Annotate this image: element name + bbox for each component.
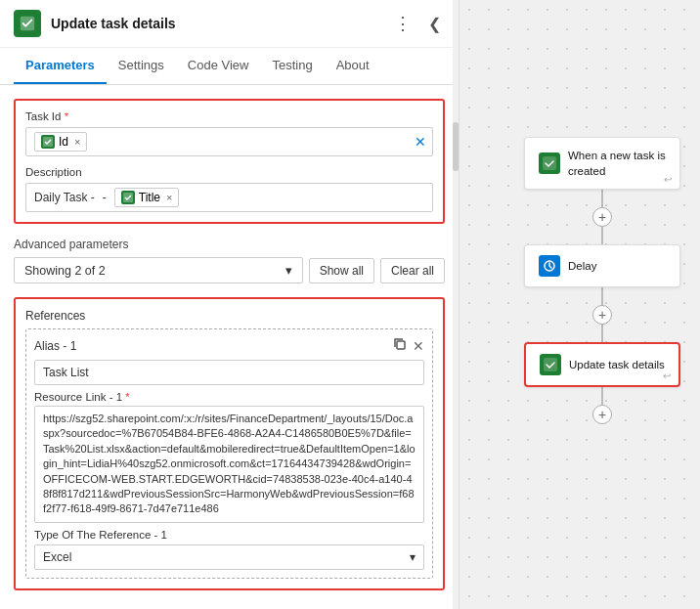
more-options-button[interactable]: ⋮ [390,11,416,36]
svg-rect-6 [544,358,557,371]
task-id-tag: Id × [34,132,87,152]
showing-text: Showing 2 of 2 [24,264,106,278]
tab-settings[interactable]: Settings [107,48,176,84]
panel-title: Update task details [51,16,380,31]
type-label: Type Of The Reference - 1 [34,529,424,541]
plus-button-1[interactable]: + [592,207,612,227]
type-select[interactable]: Excel ▾ [34,544,424,570]
showing-row: Showing 2 of 2 ▾ Show all Clear all [14,257,445,283]
task-id-tag-icon [41,135,55,149]
showing-dropdown[interactable]: Showing 2 of 2 ▾ [14,257,303,283]
tab-codeview[interactable]: Code View [176,48,261,84]
show-all-button[interactable]: Show all [309,258,374,283]
task-list-value: Task List [43,366,89,379]
connector-3: + [592,387,612,424]
task-id-input[interactable]: Id × ✕ [25,127,433,156]
resource-link-url[interactable]: https://szg52.sharepoint.com/:x:/r/sites… [34,406,424,523]
delay-card-text: Delay [568,258,596,274]
svg-rect-3 [397,341,405,349]
description-tag: Title × [114,188,180,207]
update-return-icon: ↩ [663,370,671,381]
connector-1: + [592,190,612,244]
task-id-label: Task Id * [25,110,433,122]
task-id-tag-text: Id [59,135,68,149]
ref-card: Alias - 1 ✕ Task List [25,328,433,579]
ref-card-header: Alias - 1 ✕ [34,337,424,354]
description-input[interactable]: Daily Task - - Title × [25,183,433,212]
right-panel: When a new task is created ↩ + Delay + [459,0,700,609]
flow-line-4 [601,325,603,342]
clear-all-button[interactable]: Clear all [380,258,445,283]
tabs-bar: Parameters Settings Code View Testing Ab… [0,48,459,85]
task-id-tag-close[interactable]: × [74,136,80,148]
panel-icon [14,10,41,37]
type-chevron-icon: ▾ [410,550,416,564]
flow-container: When a new task is created ↩ + Delay + [524,137,680,424]
vertical-scrollbar[interactable] [453,0,459,609]
flow-line-5 [601,387,603,405]
references-label: References [25,309,433,323]
flow-line-1 [601,190,603,207]
url-value: https://szg52.sharepoint.com/:x:/r/sites… [43,413,416,514]
delay-icon [539,255,560,277]
connector-2: + [592,287,612,342]
tab-about[interactable]: About [325,48,381,84]
close-panel-button[interactable]: ❮ [424,13,445,35]
flow-line-2 [601,227,603,244]
trigger-return-icon: ↩ [664,174,672,185]
left-panel: Update task details ⋮ ❮ Parameters Setti… [0,0,459,609]
references-box: References Alias - 1 ✕ [14,297,445,590]
type-value: Excel [43,550,71,564]
flow-card-delay[interactable]: Delay [524,244,680,287]
advanced-parameters-section: Advanced parameters Showing 2 of 2 ▾ Sho… [14,238,445,283]
description-tag-text: Title [139,191,160,204]
update-icon [540,354,561,375]
advanced-label: Advanced parameters [14,238,445,251]
ref-copy-button[interactable] [393,337,407,354]
plus-button-3[interactable]: + [592,405,612,424]
task-list-field[interactable]: Task List [34,360,424,385]
flow-card-trigger[interactable]: When a new task is created ↩ [524,137,680,190]
ref-actions: ✕ [393,337,424,354]
task-id-clear-btn[interactable]: ✕ [415,134,426,150]
trigger-icon [539,152,560,174]
header-actions: ⋮ ❮ [390,11,445,36]
scrollbar-thumb [453,122,459,171]
chevron-down-icon: ▾ [285,263,292,278]
task-fields-box: Task Id * Id × ✕ Description Daily Task … [14,99,445,224]
description-label: Description [25,166,433,178]
flow-card-update[interactable]: Update task details ↩ [524,342,680,387]
update-card-text: Update task details [569,357,665,372]
tab-parameters[interactable]: Parameters [14,48,107,84]
trigger-card-text: When a new task is created [568,148,666,179]
panel-header: Update task details ⋮ ❮ [0,0,459,48]
flow-line-3 [601,287,603,305]
description-prefix: Daily Task - [34,191,95,204]
svg-rect-4 [543,156,556,170]
tab-testing[interactable]: Testing [260,48,324,84]
panel-content: Task Id * Id × ✕ Description Daily Task … [0,85,459,609]
resource-link-label: Resource Link - 1 * [34,391,424,403]
ref-close-button[interactable]: ✕ [413,337,424,354]
description-tag-icon [121,191,135,204]
plus-button-2[interactable]: + [592,305,612,325]
alias-label: Alias - 1 [34,339,76,353]
description-tag-close[interactable]: × [166,192,172,203]
